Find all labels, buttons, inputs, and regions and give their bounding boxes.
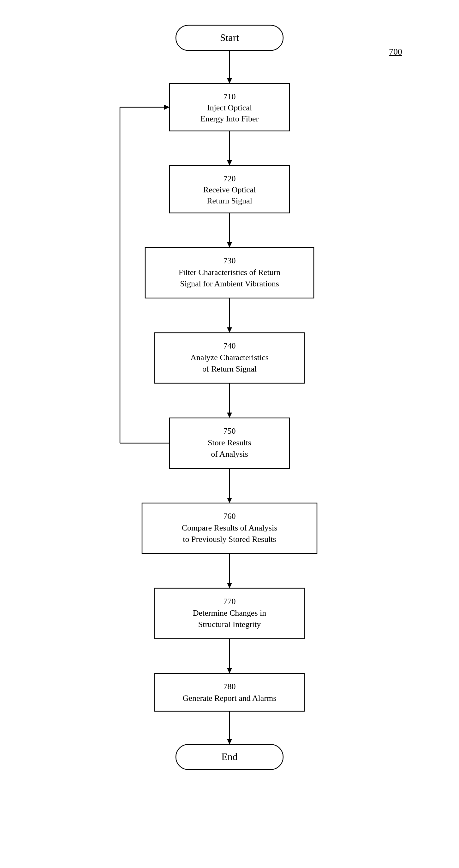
svg-marker-9 [227,160,232,165]
svg-rect-4 [170,84,289,131]
svg-text:Store Results: Store Results [208,438,251,447]
svg-text:Compare Results of Analysis: Compare Results of Analysis [182,523,278,532]
svg-marker-50 [227,739,232,744]
diagram-reference: 700 [389,47,402,57]
svg-text:720: 720 [224,174,236,183]
svg-text:Structural Integrity: Structural Integrity [198,620,261,629]
svg-text:740: 740 [224,341,236,350]
svg-text:710: 710 [224,92,236,101]
svg-text:of Analysis: of Analysis [211,450,248,459]
flowchart-svg: Start 710 Inject Optical Energy Into Fib… [0,0,459,868]
svg-text:to Previously Stored Results: to Previously Stored Results [183,535,276,544]
svg-text:Determine Changes in: Determine Changes in [193,609,266,618]
svg-rect-16 [145,248,314,298]
svg-text:770: 770 [224,597,236,606]
svg-text:760: 760 [224,512,236,521]
svg-text:Return Signal: Return Signal [207,196,252,205]
svg-rect-51 [176,744,283,770]
svg-text:Generate Report and Alarms: Generate Report and Alarms [183,693,277,703]
svg-marker-21 [227,328,232,333]
svg-text:Energy Into Fiber: Energy Into Fiber [200,114,259,123]
svg-rect-0 [176,25,283,51]
svg-text:End: End [221,751,238,762]
svg-rect-40 [155,588,304,639]
svg-marker-15 [227,242,232,248]
svg-text:Start: Start [220,32,239,43]
svg-rect-34 [142,503,317,554]
svg-rect-10 [170,165,289,213]
svg-rect-46 [155,673,304,711]
svg-rect-28 [170,418,289,468]
svg-text:Signal for Ambient Vibrations: Signal for Ambient Vibrations [180,279,279,288]
svg-rect-22 [155,333,304,383]
svg-text:Inject Optical: Inject Optical [207,103,252,112]
svg-text:Analyze Characteristics: Analyze Characteristics [190,353,269,362]
svg-text:of Return Signal: of Return Signal [202,364,257,373]
svg-text:Filter Characteristics of Retu: Filter Characteristics of Return [179,268,281,277]
svg-text:750: 750 [224,427,236,436]
svg-marker-27 [227,412,232,418]
svg-text:730: 730 [224,256,236,265]
svg-marker-39 [227,583,232,588]
svg-marker-33 [227,498,232,503]
flowchart-diagram: 700 Start 710 Inject Optical Energy Into… [0,0,459,868]
svg-marker-56 [164,105,170,110]
svg-marker-45 [227,668,232,673]
svg-text:Receive Optical: Receive Optical [203,185,256,194]
svg-text:780: 780 [224,682,236,691]
svg-marker-3 [227,78,232,84]
